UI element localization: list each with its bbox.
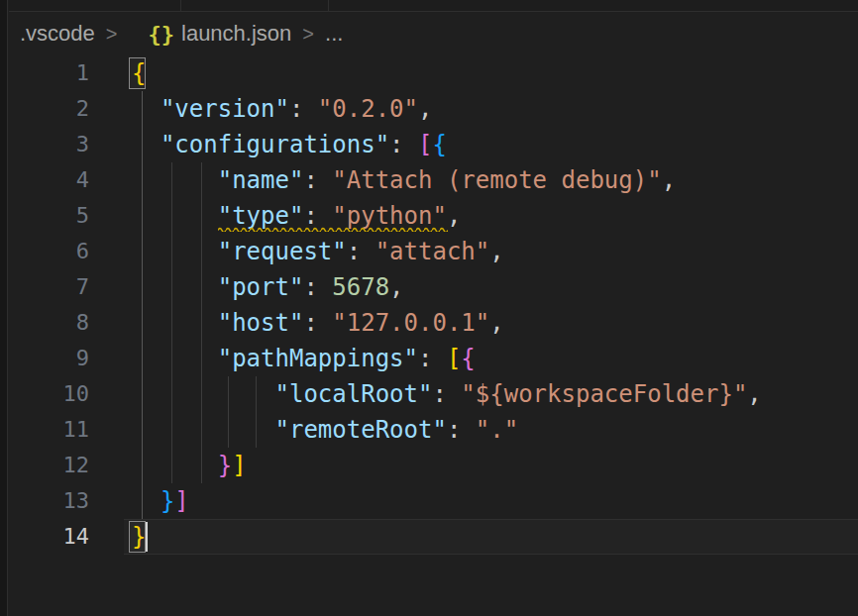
line-number[interactable]: 5 [9, 198, 124, 234]
code-lines[interactable]: { "version": "0.2.0", "configurations": … [124, 55, 858, 616]
code-line[interactable]: }] [124, 483, 858, 519]
code-line[interactable]: "request": "attach", [124, 234, 858, 269]
line-number[interactable]: 12 [9, 448, 124, 483]
code-line[interactable]: "remoteRoot": "." [124, 412, 858, 448]
breadcrumb-file[interactable]: launch.json [181, 21, 291, 47]
line-number[interactable]: 2 [9, 91, 124, 127]
code-line[interactable]: }] [124, 448, 858, 483]
line-number[interactable]: 10 [9, 376, 124, 412]
line-number[interactable]: 4 [9, 162, 124, 198]
line-number[interactable]: 3 [9, 127, 124, 162]
vscode-editor-window: .vscode > {} launch.json > ... 123456789… [0, 0, 858, 616]
warning-squiggle [218, 225, 448, 232]
tab-separator [180, 0, 181, 11]
tab-strip[interactable] [9, 0, 858, 12]
tab-separator [328, 0, 329, 11]
line-number[interactable]: 11 [9, 412, 124, 448]
line-number[interactable]: 8 [9, 305, 124, 341]
breadcrumb-folder[interactable]: .vscode [20, 21, 95, 47]
breadcrumb-symbol-more[interactable]: ... [325, 21, 343, 47]
breadcrumb: .vscode > {} launch.json > ... [9, 12, 858, 55]
sidebar-edge [0, 0, 8, 616]
json-file-icon: {} [149, 22, 175, 47]
code-line[interactable]: "name": "Attach (remote debug)", [124, 162, 858, 198]
line-number[interactable]: 14 [9, 519, 124, 555]
code-line[interactable]: "version": "0.2.0", [124, 91, 858, 127]
code-line[interactable]: "port": 5678, [124, 269, 858, 305]
line-number[interactable]: 13 [9, 483, 124, 519]
code-line[interactable]: "pathMappings": [{ [124, 341, 858, 376]
code-line[interactable]: "configurations": [{ [124, 127, 858, 162]
gutter[interactable]: 1234567891011121314 [9, 55, 124, 616]
code-line[interactable]: "host": "127.0.0.1", [124, 305, 858, 341]
line-number[interactable]: 7 [9, 269, 124, 305]
line-number[interactable]: 1 [9, 55, 124, 91]
chevron-right-icon: > [106, 23, 118, 46]
text-cursor [146, 522, 148, 552]
bracket-match-box [129, 521, 146, 553]
line-number[interactable]: 9 [9, 341, 124, 376]
bracket-match-box [129, 57, 146, 89]
code-line[interactable]: } [124, 519, 858, 555]
line-number[interactable]: 6 [9, 234, 124, 269]
code-line[interactable]: "localRoot": "${workspaceFolder}", [124, 376, 858, 412]
code-line[interactable]: { [124, 55, 858, 91]
chevron-right-icon: > [302, 23, 314, 46]
